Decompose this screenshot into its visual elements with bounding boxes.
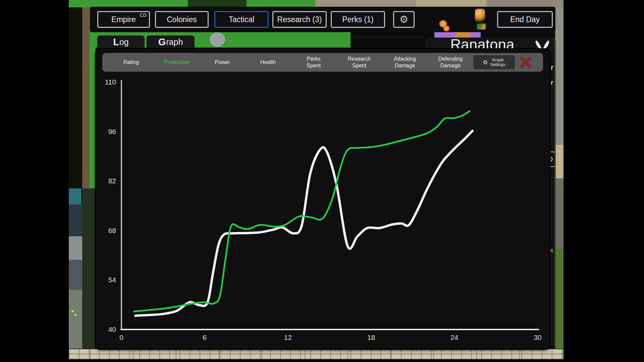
tab-graph[interactable]: Graph xyxy=(147,36,195,48)
empire-cooldown-badge: CD xyxy=(140,12,147,18)
tab-graph-hotkey: G xyxy=(158,37,166,48)
svg-text:68: 68 xyxy=(108,227,116,234)
stone-strip xyxy=(315,0,416,7)
wall-strip xyxy=(416,0,486,7)
wall-sliver xyxy=(555,7,564,145)
chart-tab-health[interactable]: Health xyxy=(245,59,291,66)
shadow-terrain xyxy=(69,7,82,188)
chart-tab-rating[interactable]: Rating xyxy=(108,59,154,66)
resource-speck xyxy=(71,310,74,312)
clipped-letter: r xyxy=(551,79,553,86)
tab-log[interactable]: Log xyxy=(97,36,145,48)
chart-tab-attacking-damage[interactable]: Attacking Damage xyxy=(382,56,428,69)
svg-text:40: 40 xyxy=(108,325,116,333)
end-day-button[interactable]: End Day xyxy=(497,11,553,28)
series-white-line xyxy=(135,131,472,316)
brick-path xyxy=(69,349,564,359)
perks-button[interactable]: Perks (1) xyxy=(331,11,385,28)
research-button[interactable]: Research (3) xyxy=(272,11,327,28)
colonies-button[interactable]: Colonies xyxy=(155,11,209,28)
svg-text:110: 110 xyxy=(105,78,116,86)
grass-strip xyxy=(247,0,315,7)
svg-text:0: 0 xyxy=(119,334,123,341)
water-tile xyxy=(69,188,82,204)
chart-tab-defending-damage[interactable]: Defending Damage xyxy=(428,56,473,69)
tactical-button[interactable]: Tactical xyxy=(214,11,269,28)
svg-text:24: 24 xyxy=(450,334,459,341)
background-window-corner xyxy=(351,37,424,50)
svg-text:54: 54 xyxy=(108,276,116,284)
chart-tab-power[interactable]: Power xyxy=(200,59,245,66)
graph-panel: RatingProductionPowerHealthPerks SpentRe… xyxy=(96,49,550,349)
end-day-button-label: End Day xyxy=(510,15,540,24)
grass-strip xyxy=(69,0,188,7)
dirt-path xyxy=(82,7,90,188)
colonies-button-label: Colonies xyxy=(167,15,197,24)
perks-button-label: Perks (1) xyxy=(342,15,373,24)
empire-button[interactable]: Empire CD xyxy=(97,11,150,28)
stone-tile xyxy=(69,290,82,349)
svg-text:18: 18 xyxy=(367,334,375,341)
svg-text:6: 6 xyxy=(203,334,207,341)
chart-tabbar: RatingProductionPowerHealthPerks SpentRe… xyxy=(102,53,543,72)
tree-strip xyxy=(188,0,247,7)
series-green-line xyxy=(134,111,470,312)
chart-tab-research-spent[interactable]: Research Spent xyxy=(336,56,382,69)
dark-stone-tile xyxy=(69,260,82,290)
grass-sliver xyxy=(555,249,564,349)
production-chart: 11096826854400612182430 xyxy=(96,72,550,347)
close-icon xyxy=(520,56,532,69)
ant-sprite xyxy=(443,25,450,32)
svg-text:82: 82 xyxy=(108,177,116,185)
chart-tabbar-tabs: RatingProductionPowerHealthPerks SpentRe… xyxy=(108,56,473,69)
empire-button-label: Empire xyxy=(111,15,136,24)
slate-tile xyxy=(69,204,82,236)
stone-tile xyxy=(69,236,82,260)
statue-object xyxy=(210,32,225,47)
gear-icon: ⚙ xyxy=(399,14,409,24)
graph-settings-button[interactable]: ⚙ Graph Settings xyxy=(473,55,515,69)
svg-text:96: 96 xyxy=(108,128,116,135)
settings-gear-button[interactable]: ⚙ xyxy=(393,11,415,28)
graph-settings-label: Graph Settings xyxy=(490,58,505,67)
close-button[interactable] xyxy=(515,53,537,72)
tab-graph-label: raph xyxy=(166,37,183,47)
chart-tab-production[interactable]: Production xyxy=(154,59,200,66)
chart-tab-perks-spent[interactable]: Perks Spent xyxy=(291,56,336,69)
tab-log-hotkey: L xyxy=(113,37,119,48)
game-screen: Ranatona r r D et Empire CD Colonies Tac… xyxy=(0,0,644,362)
torch-sprite xyxy=(475,9,485,23)
wall-sliver xyxy=(555,178,564,249)
lamp-glow xyxy=(555,145,564,178)
svg-text:12: 12 xyxy=(284,334,292,341)
tab-log-label: og xyxy=(119,37,129,47)
tactical-button-label: Tactical xyxy=(229,15,255,24)
leaf-sprite xyxy=(477,23,486,29)
top-toolbar: Empire CD Colonies Tactical Research (3)… xyxy=(90,7,555,32)
dark-ground xyxy=(82,188,96,349)
gear-icon: ⚙ xyxy=(483,60,488,65)
stone-strip xyxy=(486,0,564,7)
clipped-letter: r xyxy=(551,64,553,71)
resource-speck xyxy=(74,314,76,316)
research-button-label: Research (3) xyxy=(277,15,322,24)
svg-text:30: 30 xyxy=(534,334,541,341)
